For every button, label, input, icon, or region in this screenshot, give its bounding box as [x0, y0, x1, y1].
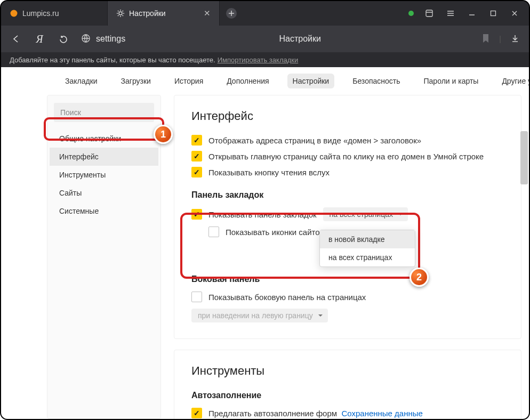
extension-indicator-icon[interactable] — [408, 11, 414, 16]
opt-domain-title[interactable]: Отображать адреса страниц в виде «домен … — [191, 135, 504, 146]
svg-point-1 — [119, 12, 122, 15]
search-placeholder: Поиск — [60, 108, 81, 117]
minimize-button[interactable] — [466, 10, 478, 17]
settings-search-input[interactable]: Поиск — [54, 103, 154, 122]
reload-button[interactable] — [58, 35, 68, 44]
favicon-orange-icon — [10, 9, 18, 18]
top-tab[interactable]: Безопасность — [347, 74, 405, 88]
bookmark-panel-icon[interactable] — [423, 9, 435, 18]
top-tab[interactable]: Закладки — [60, 74, 103, 88]
top-tab[interactable]: История — [169, 74, 208, 88]
tab-title: Lumpics.ru — [22, 9, 59, 18]
bookmarks-panel-scope-select[interactable]: на всех страницах — [323, 207, 408, 221]
toolbar: Я settings Настройки | — [1, 26, 529, 52]
section-heading: Инструменты — [191, 364, 504, 378]
checkbox-icon[interactable] — [208, 227, 219, 237]
dropdown-option-new-tab[interactable]: в новой вкладке — [320, 230, 415, 248]
opt-show-bookmarks-panel[interactable]: Показывать панель закладок на всех стран… — [191, 207, 504, 221]
tab-lumpics[interactable]: Lumpics.ru — [1, 1, 108, 26]
section-interface: Интерфейс Отображать адреса страниц в ви… — [174, 95, 521, 339]
checkbox-label: Показывать боковую панель на страницах — [208, 293, 366, 302]
svg-rect-3 — [426, 10, 432, 17]
subheading-autofill: Автозаполнение — [191, 391, 504, 400]
bookmarks-bar: Добавляйте на эту панель сайты, которые … — [1, 52, 529, 67]
top-tab[interactable]: Пароли и карты — [419, 74, 484, 88]
maximize-button[interactable] — [487, 10, 499, 17]
omnibox[interactable]: settings Настройки — [81, 34, 469, 45]
sidebar-item[interactable]: Общие настройки — [50, 130, 158, 148]
browser-window: Lumpics.ru Настройки ✕ — [0, 0, 530, 420]
section-heading: Интерфейс — [191, 109, 504, 123]
checkbox-icon[interactable] — [191, 408, 202, 418]
opt-read-aloud[interactable]: Показывать кнопку чтения вслух — [191, 167, 504, 177]
subheading-bookmarks-panel: Панель закладок — [191, 190, 504, 200]
gear-icon — [116, 9, 125, 18]
checkbox-label: Отображать адреса страниц в виде «домен … — [208, 136, 421, 145]
bookmarks-scope-dropdown[interactable]: в новой вкладке на всех страницах — [319, 230, 415, 267]
page-title: Настройки — [131, 34, 469, 44]
checkbox-label: Открывать главную страницу сайта по клик… — [208, 152, 484, 161]
opt-show-side-panel[interactable]: Показывать боковую панель на страницах п… — [191, 292, 504, 322]
import-bookmarks-link[interactable]: Импортировать закладки — [218, 56, 299, 64]
new-tab-button[interactable] — [220, 1, 243, 26]
select-value: при наведении на левую границу — [198, 311, 313, 320]
checkbox-icon[interactable] — [191, 209, 202, 220]
window-close-button[interactable] — [509, 10, 520, 17]
top-tab[interactable]: Загрузки — [116, 74, 156, 88]
dropdown-option-all-pages[interactable]: на всех страницах — [320, 248, 415, 266]
bookmark-icon[interactable] — [482, 34, 489, 45]
checkbox-icon[interactable] — [191, 167, 202, 177]
checkbox-icon[interactable] — [191, 135, 202, 146]
settings-main: Интерфейс Отображать адреса страниц в ви… — [174, 95, 529, 419]
settings-page: ЗакладкиЗагрузкиИсторияДополненияНастрой… — [1, 67, 529, 419]
svg-point-0 — [11, 10, 18, 17]
tab-settings[interactable]: Настройки ✕ — [108, 1, 220, 26]
titlebar: Lumpics.ru Настройки ✕ — [1, 1, 529, 26]
bookmarks-bar-hint: Добавляйте на эту панель сайты, которые … — [10, 56, 215, 64]
autofill-saved-data-link[interactable]: Сохраненные данные — [341, 409, 422, 418]
opt-open-homepage[interactable]: Открывать главную страницу сайта по клик… — [191, 151, 504, 161]
checkbox-label: Показывать кнопку чтения вслух — [208, 168, 330, 177]
checkbox-icon[interactable] — [191, 151, 202, 161]
checkbox-label: Показывать панель закладок — [208, 210, 317, 219]
subheading-side-panel: Боковая панель — [191, 274, 504, 284]
address-text: settings — [96, 34, 125, 44]
sidebar-item[interactable]: Инструменты — [50, 166, 158, 184]
sidebar-item[interactable]: Сайты — [50, 184, 158, 202]
checkbox-label: Предлагать автозаполнение форм Сохраненн… — [208, 409, 423, 418]
menu-icon[interactable] — [445, 9, 456, 18]
checkbox-icon[interactable] — [191, 292, 202, 302]
sidebar-item[interactable]: Интерфейс — [50, 148, 158, 166]
sidebar-item[interactable]: Системные — [50, 202, 158, 220]
settings-top-tabs: ЗакладкиЗагрузкиИсторияДополненияНастрой… — [1, 67, 529, 95]
opt-autofill[interactable]: Предлагать автозаполнение форм Сохраненн… — [191, 408, 504, 418]
svg-rect-4 — [491, 11, 496, 16]
back-button[interactable] — [11, 34, 21, 44]
tab-title: Настройки — [129, 9, 166, 18]
settings-sidebar: Поиск Общие настройкиИнтерфейсИнструмент… — [47, 95, 161, 419]
scrollbar-thumb[interactable] — [520, 131, 528, 184]
side-panel-mode-select[interactable]: при наведении на левую границу — [191, 309, 328, 322]
yandex-logo-icon[interactable]: Я — [34, 33, 45, 45]
window-controls — [400, 1, 529, 26]
section-tools: Инструменты Автозаполнение Предлагать ав… — [174, 350, 521, 419]
top-tab[interactable]: Другие устройств — [496, 74, 529, 88]
select-value: на всех страницах — [330, 210, 393, 219]
checkbox-label: Показывать иконки сайто — [226, 228, 320, 237]
top-tab[interactable]: Дополнения — [221, 74, 274, 88]
top-tab[interactable]: Настройки — [287, 74, 335, 88]
download-icon[interactable] — [511, 34, 519, 44]
close-icon[interactable]: ✕ — [204, 9, 211, 18]
globe-icon — [81, 34, 91, 45]
